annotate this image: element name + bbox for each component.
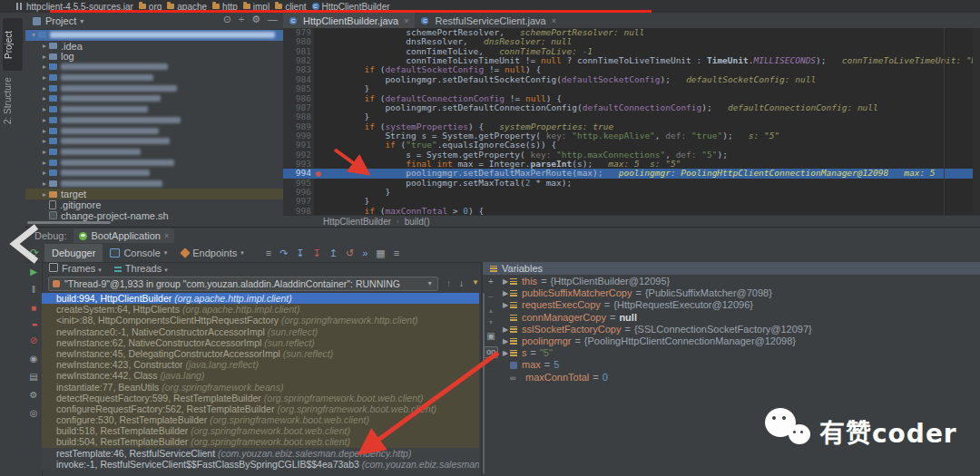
view-breakpoints-icon[interactable]: ●●	[32, 321, 35, 327]
frame-row[interactable]: <init>:88, HttpComponentsClientHttpReque…	[42, 315, 479, 325]
variable-row[interactable]: max=5	[501, 359, 973, 371]
close-icon[interactable]: ×	[552, 16, 556, 25]
variable-expand-icon[interactable]: ▶	[501, 299, 510, 311]
move-down-icon[interactable]: ▼	[488, 319, 495, 325]
frame-row[interactable]: configureRequestFactory:562, RestTemplat…	[42, 403, 479, 414]
show-watches-toggle[interactable]: oo	[484, 346, 498, 358]
copy-icon[interactable]: ▣	[486, 331, 495, 341]
tree-expand-icon[interactable]: ▸	[40, 190, 49, 199]
evaluate-icon[interactable]: ▦	[376, 248, 385, 259]
layout-menu-icon[interactable]: ≡	[394, 248, 399, 259]
tree-item[interactable]: ▸	[25, 136, 283, 147]
close-icon[interactable]: ×	[164, 231, 169, 240]
resume-icon[interactable]: ▶	[30, 267, 37, 277]
code-line-994[interactable]: 994poolingmgr.setDefaultMaxPerRoute(max)…	[283, 169, 980, 178]
add-icon[interactable]: +	[488, 277, 494, 287]
tree-expand-icon[interactable]: ▸	[40, 94, 49, 102]
frame-row[interactable]: newInstance:442, Class (java.lang)	[42, 370, 479, 381]
tree-item[interactable]: change-project-name.sh	[25, 210, 283, 221]
frame-row[interactable]: build:994, HttpClientBuilder (org.apache…	[42, 293, 479, 304]
frame-row[interactable]: invoke:-1, RestfulServiceClient$$FastCla…	[42, 459, 479, 470]
hide-icon[interactable]: —	[268, 14, 278, 25]
variable-row[interactable]: ▶publicSuffixMatcherCopy={PublicSuffixMa…	[501, 287, 973, 299]
breadcrumb-method[interactable]: build()	[405, 217, 430, 227]
frame-row[interactable]: configure:530, RestTemplateBuilder (org.…	[42, 414, 479, 425]
tree-expand-icon[interactable]: ▸	[40, 116, 49, 124]
code-line-987[interactable]: 987poolingmgr.setDefaultConnectionConfig…	[283, 103, 980, 112]
tree-expand-icon[interactable]: ▸	[40, 159, 49, 167]
tree-expand-icon[interactable]: ▾	[29, 31, 38, 39]
filter-icon[interactable]: ▼	[472, 278, 479, 288]
variable-expand-icon[interactable]: ▶	[501, 335, 510, 347]
tree-expand-icon[interactable]: ▸	[40, 127, 49, 135]
hamburger-icon[interactable]: ≡	[266, 248, 271, 259]
thread-selector[interactable]: "Thread-9"@1,933 in group "com.youzan.al…	[48, 277, 438, 291]
back-chevron-icon[interactable]	[5, 221, 47, 267]
stop-icon[interactable]: ■	[31, 303, 36, 313]
project-panel-title[interactable]: Project	[45, 15, 76, 26]
code-line-979[interactable]: 979schemePortResolver, schemePortResolve…	[283, 28, 980, 37]
tree-expand-icon[interactable]: ▸	[40, 73, 49, 82]
code-line-998[interactable]: 998if (maxConnTotal > 0) {	[283, 207, 980, 215]
tree-expand-icon[interactable]: ▸	[40, 84, 49, 92]
collapse-all-icon[interactable]: ÷	[239, 14, 244, 25]
tree-item[interactable]: ▸	[25, 73, 283, 83]
frame-row[interactable]: newInstance:423, Constructor (java.lang.…	[42, 359, 479, 370]
variable-row[interactable]: ▶s="5"	[501, 347, 973, 359]
tree-expand-icon[interactable]: ▸	[40, 105, 49, 113]
variable-expand-icon[interactable]: ▶	[501, 324, 510, 335]
tree-item[interactable]: ▸	[25, 104, 283, 115]
pin-icon[interactable]: ◎	[30, 408, 38, 418]
tree-expand-icon[interactable]: ▸	[40, 169, 49, 177]
debug-session-tab[interactable]: BootApplication ×	[74, 228, 174, 243]
up-arrow-icon[interactable]: ↑	[446, 278, 451, 288]
tree-item[interactable]: ▸log	[25, 51, 283, 62]
code-line-980[interactable]: 980dnsResolver, dnsResolver: null	[283, 37, 980, 46]
tree-item[interactable]: ▸	[25, 115, 283, 126]
code-editor[interactable]: 979schemePortResolver, schemePortResolve…	[283, 28, 980, 215]
tool-button-project[interactable]: Project	[3, 18, 23, 71]
frame-row[interactable]: restTemplate:46, RestfulServiceClient (c…	[42, 448, 479, 459]
tab-debugger[interactable]: Debugger	[44, 244, 103, 262]
variable-row[interactable]: ▶requestExecCopy={HttpRequestExecutor@12…	[501, 299, 973, 311]
variable-row[interactable]: ∞maxConnTotal=0	[501, 372, 973, 384]
drop-frame-icon[interactable]: ↺	[346, 248, 354, 259]
run-to-cursor-icon[interactable]: »	[362, 248, 368, 259]
frame-row[interactable]: newInstance:45, DelegatingConstructorAcc…	[42, 348, 479, 359]
variable-expand-icon[interactable]: ▶	[501, 276, 510, 287]
editor-tab-1[interactable]: CRestfulServiceClient.java×	[415, 13, 563, 28]
settings-icon[interactable]: ⚙	[251, 14, 260, 25]
settings-icon[interactable]: ⚙	[30, 390, 38, 400]
remove-icon[interactable]: −	[488, 292, 494, 302]
move-up-icon[interactable]: ▲	[488, 307, 495, 314]
variable-expand-icon[interactable]: ▶	[501, 287, 510, 299]
step-out-icon[interactable]: ↥	[329, 248, 338, 259]
step-into-icon[interactable]: ↧	[296, 248, 304, 259]
tree-item[interactable]: ▾	[25, 30, 283, 41]
tree-expand-icon[interactable]: ▸	[40, 42, 49, 50]
tree-item[interactable]: ▸	[25, 147, 283, 158]
frame-row[interactable]: newInstance:62, NativeConstructorAccesso…	[42, 337, 479, 348]
close-icon[interactable]: ×	[404, 16, 408, 25]
tree-expand-icon[interactable]: ▸	[40, 63, 49, 71]
variable-row[interactable]: ▶poolingmgr={PoolingHttpClientConnection…	[501, 335, 973, 347]
step-over-icon[interactable]: ↷	[279, 248, 288, 259]
variable-row[interactable]: ▶sslSocketFactoryCopy={SSLConnectionSock…	[501, 324, 973, 335]
tab-frames[interactable]: Frames▾	[49, 263, 102, 274]
variable-row[interactable]: ▶this={HttpClientBuilder@12095}	[501, 276, 973, 287]
variable-expand-icon[interactable]: ▶	[501, 347, 510, 359]
tree-item[interactable]: ▸	[25, 125, 283, 136]
code-line-996[interactable]: 996}	[283, 188, 980, 197]
tree-item[interactable]: ▸.idea	[25, 41, 283, 52]
tree-item[interactable]: ▸	[25, 157, 283, 168]
tree-expand-icon[interactable]: ▸	[40, 53, 49, 61]
tab-endpoints[interactable]: Endpoints▾	[174, 244, 250, 262]
tab-threads[interactable]: Threads▾	[114, 263, 168, 274]
breadcrumb-class[interactable]: HttpClientBuilder	[323, 217, 391, 227]
tool-button-structure[interactable]: 2: Structure	[3, 73, 21, 129]
frame-row[interactable]: build:504, RestTemplateBuilder (org.spri…	[42, 436, 479, 447]
down-arrow-icon[interactable]: ↓	[459, 278, 464, 288]
tree-item[interactable]: ▸	[25, 83, 283, 93]
thread-dump-icon[interactable]: ◉	[30, 354, 38, 364]
frame-row[interactable]: detectRequestFactory:599, RestTemplateBu…	[42, 393, 479, 403]
